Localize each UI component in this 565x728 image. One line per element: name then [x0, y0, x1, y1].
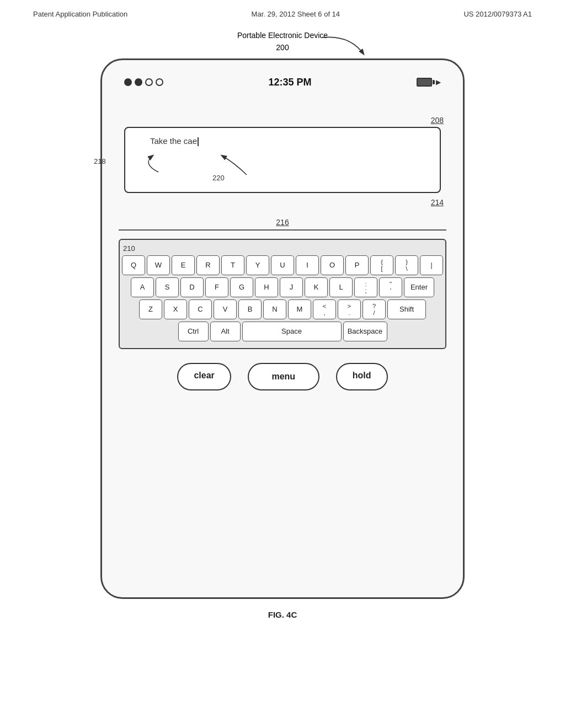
key-q[interactable]: Q — [122, 255, 145, 275]
key-f[interactable]: F — [205, 277, 228, 297]
key-shift[interactable]: Shift — [387, 299, 426, 319]
key-w[interactable]: W — [147, 255, 170, 275]
key-u[interactable]: U — [271, 255, 294, 275]
header-right: US 2012/0079373 A1 — [463, 10, 532, 18]
key-y[interactable]: Y — [246, 255, 269, 275]
ref-220-label: 220 — [212, 174, 225, 182]
keyboard-row-3: Z X C V B N M <, >. ?/ Shift — [123, 299, 442, 319]
key-alt[interactable]: Alt — [210, 322, 241, 341]
ref-208-label: 208 — [431, 116, 444, 125]
key-d[interactable]: D — [180, 277, 204, 297]
header-center: Mar. 29, 2012 Sheet 6 of 14 — [252, 10, 340, 18]
key-x[interactable]: X — [164, 299, 187, 319]
signal-dot-2 — [135, 78, 142, 86]
key-bracket-open[interactable]: {[ — [370, 255, 393, 275]
key-t[interactable]: T — [221, 255, 244, 275]
key-pipe[interactable]: | — [420, 255, 443, 275]
device-label-arrow — [317, 32, 372, 60]
device-shell: 12:35 PM ▶ 208 Take the cae — [100, 58, 465, 599]
key-p[interactable]: P — [345, 255, 369, 275]
keyboard-row-1: Q W E R T Y U I O P {[ }\ | — [123, 255, 442, 275]
key-quote[interactable]: "' — [379, 277, 402, 297]
clear-button[interactable]: clear — [177, 363, 231, 390]
key-v[interactable]: V — [214, 299, 237, 319]
keyboard-row-2: A S D F G H J K L :; "' Enter — [123, 277, 442, 297]
key-m[interactable]: M — [288, 299, 311, 319]
key-space[interactable]: Space — [242, 322, 342, 341]
separator-line — [119, 229, 446, 231]
key-h[interactable]: H — [255, 277, 278, 297]
time-display: 12:35 PM — [268, 77, 311, 88]
key-bracket-close[interactable]: }\ — [395, 255, 418, 275]
signal-dots — [124, 78, 163, 86]
key-gt[interactable]: >. — [338, 299, 361, 319]
hold-button[interactable]: hold — [336, 363, 388, 390]
key-b[interactable]: B — [238, 299, 262, 319]
key-s[interactable]: S — [156, 277, 179, 297]
ref-210-label: 210 — [123, 244, 442, 253]
signal-dot-3 — [145, 78, 153, 86]
header-left: Patent Application Publication — [33, 10, 127, 18]
main-content: Portable Electronic Device 200 — [0, 24, 565, 619]
battery-body — [417, 78, 432, 87]
key-a[interactable]: A — [131, 277, 154, 297]
signal-dot-4 — [156, 78, 163, 86]
key-e[interactable]: E — [172, 255, 195, 275]
key-backspace[interactable]: Backspace — [343, 322, 387, 341]
keyboard-row-4: Ctrl Alt Space Backspace — [123, 322, 442, 341]
menu-button[interactable]: menu — [248, 363, 319, 390]
ref-216-label: 216 — [119, 218, 446, 227]
key-n[interactable]: N — [263, 299, 286, 319]
figure-caption: FIG. 4C — [268, 610, 297, 619]
keyboard-section: 210 Q W E R T Y U I O P {[ }\ | — [119, 239, 446, 349]
battery-arrow: ▶ — [436, 78, 441, 86]
ref-214-label: 214 — [431, 198, 444, 207]
signal-dot-1 — [124, 78, 132, 86]
key-lt[interactable]: <, — [313, 299, 336, 319]
key-j[interactable]: J — [280, 277, 303, 297]
key-ctrl[interactable]: Ctrl — [178, 322, 209, 341]
key-question[interactable]: ?/ — [363, 299, 386, 319]
key-z[interactable]: Z — [139, 299, 162, 319]
text-area-arrows — [125, 139, 440, 194]
key-g[interactable]: G — [230, 277, 253, 297]
battery-icon: ▶ — [417, 78, 441, 87]
device-wrapper: 12:35 PM ▶ 208 Take the cae — [100, 58, 465, 599]
key-k[interactable]: K — [305, 277, 328, 297]
patent-header: Patent Application Publication Mar. 29, … — [0, 0, 565, 24]
key-c[interactable]: C — [189, 299, 212, 319]
key-l[interactable]: L — [329, 277, 353, 297]
key-semicolon[interactable]: :; — [354, 277, 377, 297]
device-label: Portable Electronic Device 200 — [237, 29, 328, 54]
key-i[interactable]: I — [296, 255, 319, 275]
bottom-buttons: clear menu hold — [113, 352, 452, 399]
key-r[interactable]: R — [196, 255, 220, 275]
text-input-area[interactable]: Take the cae — [124, 127, 441, 193]
ref-218-label: 218 — [94, 157, 106, 165]
status-bar: 12:35 PM ▶ — [113, 71, 452, 94]
key-o[interactable]: O — [321, 255, 344, 275]
battery-tip — [433, 80, 435, 84]
key-enter[interactable]: Enter — [404, 277, 434, 297]
